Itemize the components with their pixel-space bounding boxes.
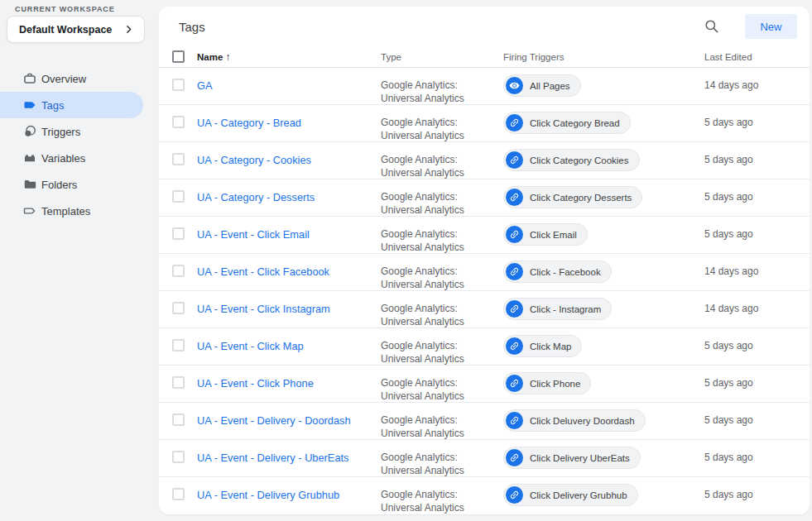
tags-panel: Tags New Name ↑ Type Firing Triggers Las… [159, 7, 810, 514]
firing-trigger-chip[interactable]: Click Delivery UberEats [503, 447, 641, 469]
sidebar-item-triggers[interactable]: Triggers [0, 118, 143, 145]
last-edited: 5 days ago [704, 440, 796, 463]
table-header: Name ↑ Type Firing Triggers Last Edited [159, 46, 810, 68]
tag-name-link[interactable]: UA - Event - Delivery - Doordash [197, 403, 351, 427]
tag-name-link[interactable]: GA [197, 68, 213, 92]
row-checkbox[interactable] [172, 339, 185, 351]
table-row: GA Google Analytics: Universal Analytics… [159, 68, 810, 105]
firing-trigger-chip[interactable]: Click - Facebook [503, 260, 612, 283]
tag-name-link[interactable]: UA - Event - Click Phone [197, 366, 314, 390]
sidebar-item-label: Triggers [41, 126, 80, 138]
select-all-checkbox[interactable] [172, 50, 185, 63]
current-workspace-label: CURRENT WORKSPACE [15, 5, 115, 13]
tag-name-link[interactable]: UA - Event - Delivery Grubhub [197, 477, 339, 501]
row-checkbox[interactable] [172, 79, 185, 91]
row-checkbox[interactable] [172, 153, 185, 165]
variables-icon [23, 151, 36, 165]
sidebar-item-label: Variables [41, 152, 85, 165]
firing-trigger-chip[interactable]: Click Category Cookies [503, 149, 640, 171]
link-click-icon [506, 151, 523, 169]
tag-name-link[interactable]: UA - Category - Bread [197, 105, 301, 129]
firing-trigger-chip[interactable]: Click Map [503, 335, 582, 357]
sidebar-item-templates[interactable]: Templates [0, 198, 143, 224]
last-edited: 5 days ago [704, 403, 796, 426]
tag-name-link[interactable]: UA - Event - Delivery - UberEats [197, 440, 348, 464]
sidebar-item-label: Overview [41, 73, 86, 85]
tag-name-link[interactable]: UA - Event - Click Facebook [197, 254, 329, 278]
tag-name-link[interactable]: UA - Event - Click Map [197, 328, 304, 352]
link-click-icon [506, 226, 523, 243]
tag-type: Google Analytics: Universal Analytics [381, 440, 502, 477]
row-checkbox[interactable] [172, 413, 185, 426]
sidebar-item-tags[interactable]: Tags [0, 92, 143, 118]
tag-name-link[interactable]: UA - Category - Desserts [197, 179, 315, 203]
tag-name-link[interactable]: UA - Category - Cookies [197, 142, 311, 166]
table-row: UA - Event - Click Map Google Analytics:… [159, 328, 810, 366]
sidebar-nav: Overview Tags Triggers Variables Folders… [0, 65, 159, 224]
last-edited: 5 days ago [704, 366, 796, 389]
tags-panel-header: Tags New [159, 7, 810, 46]
firing-trigger-chip[interactable]: Click - Instagram [503, 298, 612, 320]
sort-ascending-icon: ↑ [225, 51, 230, 63]
last-edited: 14 days ago [704, 68, 796, 91]
column-header-type: Type [381, 52, 503, 62]
last-edited: 14 days ago [704, 254, 796, 277]
pageview-eye-icon [506, 77, 523, 94]
firing-trigger-chip[interactable]: All Pages [503, 74, 581, 97]
column-header-firing-triggers: Firing Triggers [503, 52, 704, 62]
last-edited: 5 days ago [704, 477, 796, 500]
table-row: UA - Category - Cookies Google Analytics… [159, 142, 810, 179]
row-checkbox[interactable] [172, 227, 185, 240]
sidebar-item-label: Tags [41, 99, 64, 112]
tag-name-link[interactable]: UA - Event - Click Instagram [197, 291, 330, 315]
firing-trigger-chip[interactable]: Click Email [503, 223, 588, 246]
firing-trigger-chip[interactable]: Click Delivery Grubhub [503, 484, 638, 506]
link-click-icon [506, 486, 523, 504]
trigger-icon [23, 125, 36, 138]
row-checkbox[interactable] [172, 302, 185, 314]
row-checkbox[interactable] [172, 265, 185, 277]
workspace-name: Default Workspace [19, 24, 112, 36]
new-tag-button[interactable]: New [745, 14, 797, 39]
firing-trigger-chip[interactable]: Click Deluvery Doordash [503, 409, 646, 432]
sidebar-item-folders[interactable]: Folders [0, 171, 143, 198]
folder-icon [23, 178, 36, 191]
tag-type: Google Analytics: Universal Analytics [381, 68, 502, 105]
sidebar-item-overview[interactable]: Overview [0, 65, 143, 92]
sidebar: CURRENT WORKSPACE Default Workspace Over… [0, 0, 159, 521]
trigger-chip-label: Click Category Desserts [530, 193, 632, 203]
last-edited: 5 days ago [704, 328, 796, 351]
last-edited: 5 days ago [704, 105, 796, 128]
tag-type: Google Analytics: Universal Analytics [381, 366, 502, 403]
sidebar-item-label: Folders [41, 179, 77, 191]
tag-type: Google Analytics: Universal Analytics [381, 105, 502, 142]
row-checkbox[interactable] [172, 451, 185, 463]
column-header-last-edited: Last Edited [704, 52, 796, 62]
link-click-icon [506, 337, 523, 355]
sidebar-item-variables[interactable]: Variables [0, 145, 143, 171]
table-row: UA - Category - Bread Google Analytics: … [159, 105, 810, 142]
row-checkbox[interactable] [172, 376, 185, 389]
row-checkbox[interactable] [172, 116, 185, 128]
column-header-name[interactable]: Name ↑ [197, 51, 381, 63]
trigger-chip-label: Click Phone [530, 379, 580, 389]
tag-type: Google Analytics: Universal Analytics [381, 328, 502, 366]
trigger-chip-label: Click Delivery Grubhub [530, 490, 627, 500]
link-click-icon [506, 114, 523, 131]
tag-type: Google Analytics: Universal Analytics [381, 403, 502, 440]
link-click-icon [506, 449, 523, 466]
tag-name-link[interactable]: UA - Event - Click Email [197, 217, 310, 241]
firing-trigger-chip[interactable]: Click Category Desserts [503, 186, 642, 208]
tag-type: Google Analytics: Universal Analytics [381, 179, 502, 217]
firing-trigger-chip[interactable]: Click Category Bread [503, 112, 631, 134]
overview-icon [23, 72, 36, 85]
last-edited: 5 days ago [704, 179, 796, 203]
workspace-selector[interactable]: Default Workspace [7, 16, 145, 43]
row-checkbox[interactable] [172, 190, 185, 203]
search-button[interactable] [700, 17, 722, 38]
firing-trigger-chip[interactable]: Click Phone [503, 372, 591, 394]
tag-type: Google Analytics: Universal Analytics [381, 217, 502, 254]
trigger-chip-label: Click Email [530, 230, 577, 240]
row-checkbox[interactable] [172, 488, 185, 500]
tag-type: Google Analytics: Universal Analytics [381, 291, 502, 328]
